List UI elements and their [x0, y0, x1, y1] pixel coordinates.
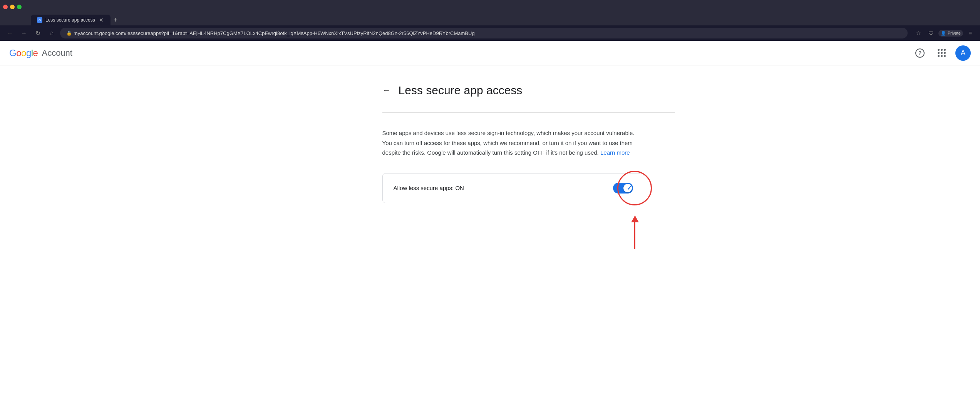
title-bar — [0, 0, 980, 14]
url-text: myaccount.google.com/lesssecureapps?pli=… — [74, 30, 475, 36]
home-button[interactable]: ⌂ — [46, 28, 57, 38]
bookmark-icon[interactable]: ☆ — [914, 28, 924, 38]
grid-dot-7 — [938, 55, 940, 57]
toggle-card: Allow less secure apps: ON ✓ — [382, 173, 644, 203]
back-button[interactable]: ← — [5, 28, 15, 38]
grid-dot-4 — [938, 52, 940, 54]
active-tab[interactable]: G Less secure app access ✕ — [31, 15, 111, 25]
learn-more-link[interactable]: Learn more — [600, 149, 630, 156]
grid-dot-5 — [941, 52, 943, 54]
header-right: ? A — [912, 45, 971, 61]
google-letter-g2: g — [26, 48, 31, 58]
arrow-head-icon — [631, 215, 639, 222]
toggle-label: Allow less secure apps: ON — [394, 185, 464, 191]
browser-toolbar-right: ☆ 🛡 👤 Private ≡ — [914, 28, 975, 38]
page-content: Google Account ? A — [0, 41, 980, 397]
google-letter-g: G — [9, 48, 16, 58]
address-bar-row: ← → ↻ ⌂ 🔒 myaccount.google.com/lesssecur… — [0, 25, 980, 41]
help-icon: ? — [915, 48, 925, 58]
arrow-line — [634, 222, 635, 249]
arrow-annotation — [631, 215, 639, 249]
tab-favicon: G — [37, 17, 42, 23]
toggle-container: ✓ — [613, 183, 633, 193]
help-button[interactable]: ? — [912, 45, 928, 61]
toggle-checkmark-icon: ✓ — [627, 185, 632, 192]
main-content: ← Less secure app access Some apps and d… — [305, 65, 675, 222]
tab-title: Less secure app access — [45, 17, 95, 23]
browser-chrome: G Less secure app access ✕ + ← → ↻ ⌂ 🔒 m… — [0, 0, 980, 41]
reload-button[interactable]: ↻ — [32, 28, 43, 38]
address-bar[interactable]: 🔒 myaccount.google.com/lesssecureapps?pl… — [60, 28, 908, 38]
page-header: Google Account ? A — [0, 41, 980, 65]
back-arrow-button[interactable]: ← — [382, 85, 391, 95]
private-icon: 👤 — [941, 31, 946, 36]
grid-dot-3 — [944, 49, 946, 51]
google-logo[interactable]: Google Account — [9, 48, 72, 58]
google-letter-e: e — [33, 48, 38, 58]
user-avatar[interactable]: A — [955, 45, 971, 61]
description-paragraph: Some apps and devices use less secure si… — [382, 128, 637, 158]
new-tab-button[interactable]: + — [111, 15, 121, 25]
forward-button[interactable]: → — [18, 28, 29, 38]
tab-close-button[interactable]: ✕ — [98, 17, 104, 23]
annotation-wrapper: Allow less secure apps: ON ✓ — [382, 173, 644, 203]
maximize-window-button[interactable] — [17, 5, 22, 9]
grid-dot-2 — [941, 49, 943, 51]
shield-icon[interactable]: 🛡 — [926, 28, 936, 38]
menu-button[interactable]: ≡ — [965, 28, 975, 38]
private-label: Private — [948, 31, 961, 35]
page-title-row: ← Less secure app access — [382, 84, 675, 97]
close-window-button[interactable] — [3, 5, 8, 9]
grid-dot-6 — [944, 52, 946, 54]
traffic-lights — [3, 5, 22, 9]
account-label: Account — [42, 48, 72, 58]
tab-bar: G Less secure app access ✕ + — [0, 14, 980, 25]
private-mode-badge: 👤 Private — [938, 30, 963, 37]
section-divider — [382, 112, 675, 113]
google-letter-o1: o — [16, 48, 21, 58]
apps-grid-icon — [938, 49, 946, 57]
google-brand-text: Google — [9, 48, 38, 58]
description-text: Some apps and devices use less secure si… — [382, 130, 635, 156]
page-title: Less secure app access — [399, 84, 523, 97]
grid-dot-8 — [941, 55, 943, 57]
google-apps-button[interactable] — [934, 45, 949, 61]
grid-dot-1 — [938, 49, 940, 51]
minimize-window-button[interactable] — [10, 5, 15, 9]
lock-icon: 🔒 — [66, 30, 72, 36]
grid-dot-9 — [944, 55, 946, 57]
google-letter-o2: o — [21, 48, 26, 58]
